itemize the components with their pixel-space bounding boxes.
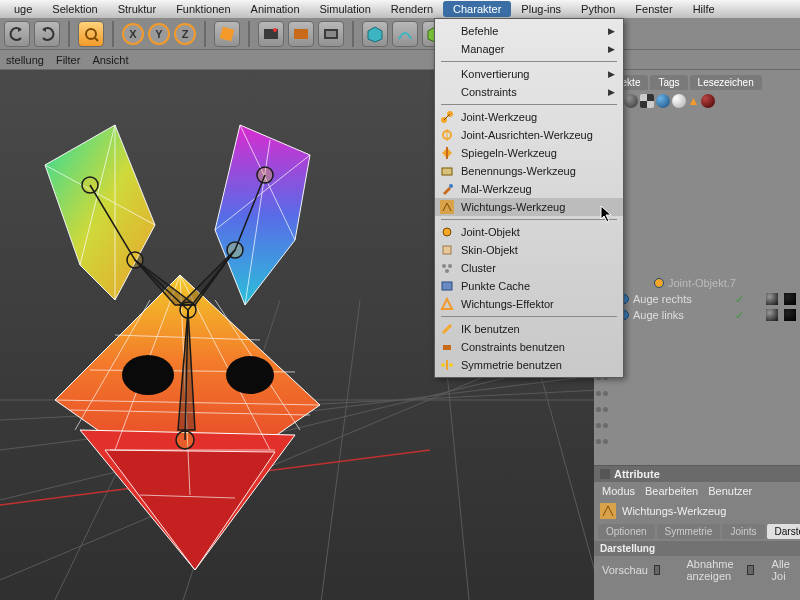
attr-tabs: OptionenSymmetrieJointsDarstellung (594, 522, 800, 541)
object-row[interactable] (594, 321, 800, 337)
axis-y-button[interactable]: Y (148, 23, 170, 45)
svg-rect-2 (220, 26, 235, 41)
object-row[interactable] (594, 177, 800, 193)
material-ball-icon[interactable] (624, 94, 638, 108)
menu-item-label: Joint-Ausrichten-Werkzeug (461, 129, 615, 141)
menu-struktur[interactable]: Struktur (108, 1, 167, 17)
object-row[interactable] (594, 401, 800, 417)
menu-item-symmetrie-benutzen[interactable]: Symmetrie benutzen (435, 356, 623, 374)
menu-item-skin-objekt[interactable]: Skin-Objekt (435, 241, 623, 259)
axis-x-button[interactable]: X (122, 23, 144, 45)
attr-tab-joints[interactable]: Joints (722, 524, 764, 539)
menu-charakter[interactable]: Charakter (443, 1, 511, 17)
primitive-cube-button[interactable] (362, 21, 388, 47)
coord-system-button[interactable] (214, 21, 240, 47)
attr-tab-darstellung[interactable]: Darstellung (767, 524, 800, 539)
material-ball-icon[interactable] (672, 94, 686, 108)
material-ball-icon[interactable] (701, 94, 715, 108)
tree-item-eye-left[interactable]: ⊟Auge links ✓ (594, 307, 800, 323)
menu-item-punkte-cache[interactable]: Punkte Cache (435, 277, 623, 295)
menu-plug-ins[interactable]: Plug-ins (511, 1, 571, 17)
menu-funktionen[interactable]: Funktionen (166, 1, 240, 17)
menu-fenster[interactable]: Fenster (625, 1, 682, 17)
attr-tab-optionen[interactable]: Optionen (598, 524, 655, 539)
menu-uge[interactable]: uge (4, 1, 42, 17)
attr-menu-item[interactable]: Bearbeiten (645, 485, 698, 497)
menu-item-benennungs-werkzeug[interactable]: Benennungs-Werkzeug (435, 162, 623, 180)
object-row[interactable] (594, 417, 800, 433)
object-row[interactable] (594, 145, 800, 161)
menu-item-joint-objekt[interactable]: Joint-Objekt (435, 223, 623, 241)
subbar-item[interactable]: stellung (6, 54, 44, 66)
object-row[interactable] (594, 209, 800, 225)
object-row[interactable] (594, 369, 800, 385)
menu-item-mal-werkzeug[interactable]: Mal-Werkzeug (435, 180, 623, 198)
menu-item-label: Skin-Objekt (461, 244, 615, 256)
spline-button[interactable] (392, 21, 418, 47)
menu-hilfe[interactable]: Hilfe (683, 1, 725, 17)
object-list[interactable]: ✓ Joint-Objekt.7 ⊟Auge rechts ✓ ⊟Auge li… (594, 111, 800, 465)
svg-line-1 (95, 38, 98, 41)
checker-icon[interactable] (640, 94, 654, 108)
menu-item-constraints-benutzen[interactable]: Constraints benutzen (435, 338, 623, 356)
subbar-item[interactable]: Filter (56, 54, 80, 66)
main-area: Objekte Tags Lesezeichen × ▲ ✓ Joint-Obj… (0, 70, 800, 600)
menu-item-label: IK benutzen (461, 323, 615, 335)
svg-point-64 (442, 264, 446, 268)
menu-item-joint-ausrichten-werkzeug[interactable]: Joint-Ausrichten-Werkzeug (435, 126, 623, 144)
axis-z-button[interactable]: Z (174, 23, 196, 45)
object-row[interactable] (594, 385, 800, 401)
svg-point-42 (122, 355, 174, 395)
object-row[interactable] (594, 161, 800, 177)
render-view-button[interactable] (258, 21, 284, 47)
object-row[interactable] (594, 257, 800, 273)
menu-item-wichtungs-werkzeug[interactable]: Wichtungs-Werkzeug (435, 198, 623, 216)
menu-item-ik-benutzen[interactable]: IK benutzen (435, 320, 623, 338)
ik-icon (439, 321, 455, 337)
mouse-cursor-icon (600, 205, 616, 225)
subbar-item[interactable]: Ansicht (92, 54, 128, 66)
menu-item-constraints[interactable]: Constraints▶ (435, 83, 623, 101)
menu-item-manager[interactable]: Manager▶ (435, 40, 623, 58)
redo-button[interactable] (34, 21, 60, 47)
live-select-button[interactable] (78, 21, 104, 47)
undo-button[interactable] (4, 21, 30, 47)
blank-icon (439, 41, 455, 57)
menu-item-konvertierung[interactable]: Konvertierung▶ (435, 65, 623, 83)
object-row[interactable] (594, 129, 800, 145)
tree-item[interactable]: Joint-Objekt.7 (594, 275, 800, 291)
charakter-menu-dropdown[interactable]: Befehle▶Manager▶Konvertierung▶Constraint… (434, 18, 624, 378)
menu-item-befehle[interactable]: Befehle▶ (435, 22, 623, 40)
menu-animation[interactable]: Animation (241, 1, 310, 17)
object-row[interactable] (594, 241, 800, 257)
svg-marker-51 (180, 250, 235, 305)
render-region-button[interactable] (288, 21, 314, 47)
skin-icon (439, 242, 455, 258)
menu-selektion[interactable]: Selektion (42, 1, 107, 17)
menu-item-wichtungs-effektor[interactable]: Wichtungs-Effektor (435, 295, 623, 313)
material-ball-icon[interactable] (656, 94, 670, 108)
object-row[interactable] (594, 225, 800, 241)
attr-tab-symmetrie[interactable]: Symmetrie (657, 524, 721, 539)
tree-item-eye-right[interactable]: ⊟Auge rechts ✓ (594, 291, 800, 307)
menu-item-spiegeln-werkzeug[interactable]: Spiegeln-Werkzeug (435, 144, 623, 162)
attr-menu-item[interactable]: Benutzer (708, 485, 752, 497)
menu-rendern[interactable]: Rendern (381, 1, 443, 17)
menu-item-cluster[interactable]: Cluster (435, 259, 623, 277)
menu-item-joint-werkzeug[interactable]: Joint-Werkzeug (435, 108, 623, 126)
menu-simulation[interactable]: Simulation (310, 1, 381, 17)
attr-menu-item[interactable]: Modus (602, 485, 635, 497)
attribute-manager: Attribute Modus Bearbeiten Benutzer Wich… (594, 465, 800, 600)
tab-tags[interactable]: Tags (650, 75, 687, 90)
render-settings-button[interactable] (318, 21, 344, 47)
object-row[interactable] (594, 337, 800, 353)
svg-line-56 (444, 114, 450, 120)
object-row[interactable] (594, 193, 800, 209)
tab-lesezeichen[interactable]: Lesezeichen (690, 75, 762, 90)
jointalign-icon (439, 127, 455, 143)
object-row[interactable] (594, 433, 800, 449)
menu-python[interactable]: Python (571, 1, 625, 17)
menu-item-label: Punkte Cache (461, 280, 615, 292)
triangle-icon[interactable]: ▲ (688, 94, 700, 108)
object-row[interactable] (594, 353, 800, 369)
